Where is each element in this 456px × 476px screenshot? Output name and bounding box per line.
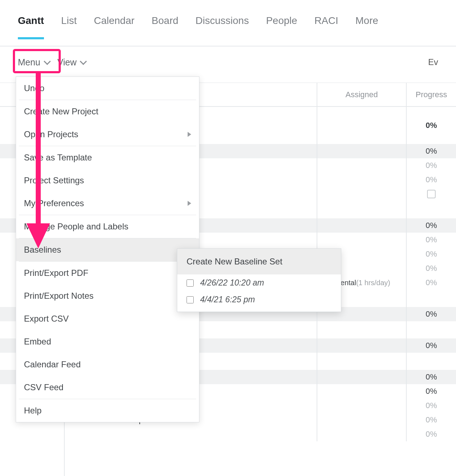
chevron-down-icon — [44, 58, 51, 65]
tab-gantt[interactable]: Gantt — [18, 15, 44, 39]
submenu-item-baseline-2[interactable]: 4/4/21 6:25 pm — [177, 291, 341, 312]
cell-assigned — [317, 427, 406, 441]
cell-progress: 0% — [406, 173, 456, 187]
cell-assigned — [317, 158, 406, 173]
cell-assigned — [317, 233, 406, 247]
cell-progress: 0% — [406, 413, 456, 427]
menu-item-project-settings[interactable]: Project Settings — [16, 169, 199, 192]
chevron-right-icon — [188, 201, 191, 206]
cell-progress: 0% — [406, 338, 456, 353]
cell-assigned — [317, 321, 406, 338]
cell-progress — [406, 201, 456, 218]
menu-item-print-pdf[interactable]: Print/Export PDF — [16, 262, 199, 284]
view-button[interactable]: View — [58, 57, 85, 68]
cell-progress: 0% — [406, 233, 456, 247]
tab-raci[interactable]: RACI — [314, 15, 338, 39]
cell-progress: 0% — [406, 107, 456, 144]
cell-progress — [406, 353, 456, 370]
cell-progress: 0% — [406, 384, 456, 398]
menu-item-open-projects[interactable]: Open Projects — [16, 123, 199, 146]
cell-assigned — [317, 398, 406, 413]
menu-item-baselines[interactable]: Baselines — [16, 238, 199, 261]
cell-progress — [406, 321, 456, 338]
menu-dropdown: Undo Create New Project Open Projects Sa… — [16, 76, 199, 422]
chevron-down-icon — [80, 58, 87, 65]
submenu-item-baseline-1[interactable]: 4/26/22 10:20 am — [177, 274, 341, 291]
cell-assigned — [317, 413, 406, 427]
view-button-label: View — [58, 57, 77, 68]
menu-item-help[interactable]: Help — [16, 399, 199, 422]
tab-more[interactable]: More — [356, 15, 378, 39]
view-tabs: Gantt List Calendar Board Discussions Pe… — [0, 0, 456, 46]
menu-item-print-notes[interactable]: Print/Export Notes — [16, 284, 199, 307]
cell-progress: 0% — [406, 307, 456, 321]
menu-item-save-template[interactable]: Save as Template — [16, 146, 199, 169]
cell-assigned — [317, 353, 406, 370]
checkbox[interactable] — [187, 279, 194, 287]
checkbox-icon[interactable] — [427, 190, 436, 198]
menu-item-export-csv[interactable]: Export CSV — [16, 307, 199, 330]
tab-list[interactable]: List — [61, 15, 77, 39]
menu-item-calendar-feed[interactable]: Calendar Feed — [16, 353, 199, 376]
menu-item-csv-feed[interactable]: CSV Feed — [16, 376, 199, 399]
cell-progress: 0% — [406, 218, 456, 233]
cell-assigned — [317, 173, 406, 187]
cell-assigned — [317, 218, 406, 233]
cell-assigned — [317, 187, 406, 201]
submenu-item-create-baseline[interactable]: Create New Baseline Set — [177, 249, 341, 274]
cell-assigned — [317, 384, 406, 398]
cell-progress: 0% — [406, 276, 456, 290]
cell-progress[interactable] — [406, 187, 456, 201]
tab-people[interactable]: People — [266, 15, 297, 39]
checkbox[interactable] — [187, 296, 194, 303]
table-row: 0% — [0, 427, 456, 441]
cell-assigned — [317, 201, 406, 218]
cell-progress: 0% — [406, 370, 456, 384]
cell-assigned — [317, 144, 406, 158]
assignee-hours: (1 hrs/day) — [356, 279, 390, 287]
cell-progress: 0% — [406, 144, 456, 158]
cell-progress: 0% — [406, 261, 456, 276]
baseline-timestamp: 4/4/21 6:25 pm — [200, 295, 255, 304]
cell-progress: 0% — [406, 427, 456, 441]
toolbar-right-partial: Ev — [428, 57, 438, 67]
column-progress[interactable]: Progress — [406, 83, 456, 106]
baseline-timestamp: 4/26/22 10:20 am — [200, 278, 264, 288]
cell-progress — [406, 290, 456, 307]
tab-calendar[interactable]: Calendar — [94, 15, 135, 39]
menu-button-label: Menu — [18, 57, 40, 68]
baselines-submenu: Create New Baseline Set 4/26/22 10:20 am… — [177, 248, 341, 312]
menu-item-undo[interactable]: Undo — [16, 77, 199, 100]
tab-board[interactable]: Board — [152, 15, 178, 39]
cell-assigned — [317, 338, 406, 353]
column-assigned[interactable]: Assigned — [317, 83, 406, 106]
cell-assigned — [317, 107, 406, 144]
cell-progress: 0% — [406, 398, 456, 413]
cell-progress: 0% — [406, 247, 456, 261]
toolbar: Menu View Ev — [0, 46, 456, 78]
menu-item-embed[interactable]: Embed — [16, 330, 199, 353]
cell-assigned — [317, 370, 406, 384]
chevron-right-icon — [188, 132, 191, 137]
menu-item-my-preferences[interactable]: My Preferences — [16, 192, 199, 215]
menu-item-create-project[interactable]: Create New Project — [16, 100, 199, 123]
menu-button[interactable]: Menu — [18, 57, 49, 68]
tab-discussions[interactable]: Discussions — [195, 15, 249, 39]
cell-progress: 0% — [406, 158, 456, 173]
menu-item-manage-people[interactable]: Manage People and Labels — [16, 215, 199, 238]
